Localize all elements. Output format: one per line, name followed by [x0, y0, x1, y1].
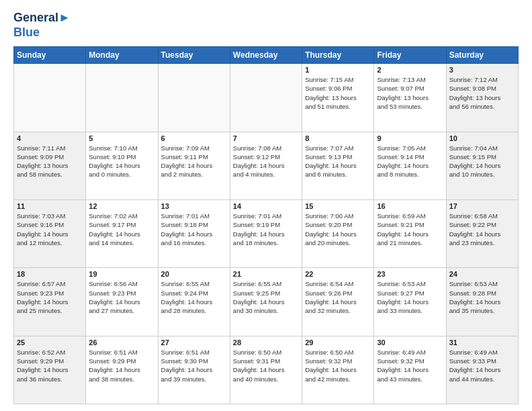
- logo-text: General►: [13, 11, 71, 26]
- day-info: Sunrise: 7:09 AMSunset: 9:11 PMDaylight:…: [161, 144, 227, 179]
- calendar-cell: 30Sunrise: 6:49 AMSunset: 9:32 PMDayligh…: [374, 336, 446, 404]
- day-info: Sunrise: 6:49 AMSunset: 9:33 PMDaylight:…: [449, 348, 515, 383]
- calendar-cell: 28Sunrise: 6:50 AMSunset: 9:31 PMDayligh…: [230, 336, 302, 404]
- calendar-cell: 1Sunrise: 7:15 AMSunset: 9:06 PMDaylight…: [302, 64, 374, 132]
- day-number: 26: [89, 338, 154, 347]
- day-info: Sunrise: 7:00 AMSunset: 9:20 PMDaylight:…: [305, 212, 371, 247]
- calendar-cell: [230, 64, 302, 132]
- day-number: 11: [17, 202, 83, 210]
- calendar-week-2: 4Sunrise: 7:11 AMSunset: 9:09 PMDaylight…: [14, 132, 519, 199]
- day-info: Sunrise: 7:04 AMSunset: 9:15 PMDaylight:…: [449, 144, 515, 179]
- calendar-cell: 23Sunrise: 6:53 AMSunset: 9:27 PMDayligh…: [374, 268, 446, 336]
- day-number: 27: [161, 338, 227, 347]
- calendar-cell: 31Sunrise: 6:49 AMSunset: 9:33 PMDayligh…: [446, 336, 518, 404]
- day-number: 8: [305, 134, 371, 142]
- calendar-cell: 17Sunrise: 6:58 AMSunset: 9:22 PMDayligh…: [446, 199, 518, 267]
- day-info: Sunrise: 6:55 AMSunset: 9:24 PMDaylight:…: [161, 279, 227, 315]
- calendar-cell: 13Sunrise: 7:01 AMSunset: 9:18 PMDayligh…: [158, 199, 230, 267]
- calendar-cell: 2Sunrise: 7:13 AMSunset: 9:07 PMDaylight…: [374, 64, 446, 132]
- day-number: 2: [377, 66, 443, 74]
- day-header-saturday: Saturday: [446, 47, 518, 64]
- day-number: 22: [305, 270, 371, 278]
- day-number: 23: [377, 270, 443, 278]
- day-header-friday: Friday: [374, 47, 446, 64]
- calendar-cell: [158, 64, 230, 132]
- calendar-cell: 29Sunrise: 6:50 AMSunset: 9:32 PMDayligh…: [302, 336, 374, 404]
- calendar-week-5: 25Sunrise: 6:52 AMSunset: 9:29 PMDayligh…: [14, 336, 519, 404]
- calendar-cell: [86, 64, 158, 132]
- day-info: Sunrise: 6:58 AMSunset: 9:22 PMDaylight:…: [449, 212, 515, 247]
- day-info: Sunrise: 6:55 AMSunset: 9:25 PMDaylight:…: [233, 279, 299, 315]
- day-number: 31: [449, 338, 515, 347]
- day-number: 25: [17, 338, 83, 347]
- day-number: 4: [17, 134, 83, 142]
- day-info: Sunrise: 7:11 AMSunset: 9:09 PMDaylight:…: [17, 144, 83, 179]
- calendar-cell: 14Sunrise: 7:01 AMSunset: 9:19 PMDayligh…: [230, 199, 302, 267]
- calendar-cell: 11Sunrise: 7:03 AMSunset: 9:16 PMDayligh…: [14, 199, 86, 267]
- calendar-cell: 8Sunrise: 7:07 AMSunset: 9:13 PMDaylight…: [302, 132, 374, 199]
- day-info: Sunrise: 7:15 AMSunset: 9:06 PMDaylight:…: [305, 75, 371, 111]
- day-number: 29: [305, 338, 371, 347]
- day-info: Sunrise: 6:56 AMSunset: 9:23 PMDaylight:…: [89, 279, 154, 315]
- day-number: 30: [377, 338, 443, 347]
- day-info: Sunrise: 7:01 AMSunset: 9:18 PMDaylight:…: [161, 212, 227, 247]
- day-number: 21: [233, 270, 299, 278]
- day-info: Sunrise: 6:51 AMSunset: 9:29 PMDaylight:…: [89, 348, 154, 383]
- day-number: 17: [449, 202, 515, 210]
- day-info: Sunrise: 7:13 AMSunset: 9:07 PMDaylight:…: [377, 75, 443, 111]
- day-number: 16: [377, 202, 443, 210]
- calendar-cell: 6Sunrise: 7:09 AMSunset: 9:11 PMDaylight…: [158, 132, 230, 199]
- day-info: Sunrise: 6:53 AMSunset: 9:28 PMDaylight:…: [449, 279, 515, 315]
- day-number: 28: [233, 338, 299, 347]
- day-header-sunday: Sunday: [14, 47, 86, 64]
- day-info: Sunrise: 7:08 AMSunset: 9:12 PMDaylight:…: [233, 144, 299, 179]
- day-info: Sunrise: 6:50 AMSunset: 9:32 PMDaylight:…: [305, 348, 371, 383]
- calendar-cell: 21Sunrise: 6:55 AMSunset: 9:25 PMDayligh…: [230, 268, 302, 336]
- calendar-cell: 22Sunrise: 6:54 AMSunset: 9:26 PMDayligh…: [302, 268, 374, 336]
- calendar-cell: 25Sunrise: 6:52 AMSunset: 9:29 PMDayligh…: [14, 336, 86, 404]
- day-number: 24: [449, 270, 515, 278]
- calendar-cell: 26Sunrise: 6:51 AMSunset: 9:29 PMDayligh…: [86, 336, 158, 404]
- calendar-week-3: 11Sunrise: 7:03 AMSunset: 9:16 PMDayligh…: [14, 199, 519, 267]
- calendar-cell: 3Sunrise: 7:12 AMSunset: 9:08 PMDaylight…: [446, 64, 518, 132]
- calendar-cell: 16Sunrise: 6:59 AMSunset: 9:21 PMDayligh…: [374, 199, 446, 267]
- day-info: Sunrise: 7:02 AMSunset: 9:17 PMDaylight:…: [89, 212, 154, 247]
- day-info: Sunrise: 6:54 AMSunset: 9:26 PMDaylight:…: [305, 279, 371, 315]
- day-number: 18: [17, 270, 83, 278]
- day-header-thursday: Thursday: [302, 47, 374, 64]
- day-info: Sunrise: 6:57 AMSunset: 9:23 PMDaylight:…: [17, 279, 83, 315]
- day-info: Sunrise: 7:01 AMSunset: 9:19 PMDaylight:…: [233, 212, 299, 247]
- day-number: 1: [305, 66, 371, 74]
- calendar-cell: 27Sunrise: 6:51 AMSunset: 9:30 PMDayligh…: [158, 336, 230, 404]
- calendar-cell: 12Sunrise: 7:02 AMSunset: 9:17 PMDayligh…: [86, 199, 158, 267]
- day-number: 5: [89, 134, 154, 142]
- calendar-cell: 10Sunrise: 7:04 AMSunset: 9:15 PMDayligh…: [446, 132, 518, 199]
- calendar-week-1: 1Sunrise: 7:15 AMSunset: 9:06 PMDaylight…: [14, 64, 519, 132]
- day-info: Sunrise: 6:51 AMSunset: 9:30 PMDaylight:…: [161, 348, 227, 383]
- day-info: Sunrise: 7:12 AMSunset: 9:08 PMDaylight:…: [449, 75, 515, 111]
- day-info: Sunrise: 6:49 AMSunset: 9:32 PMDaylight:…: [377, 348, 443, 383]
- day-info: Sunrise: 7:10 AMSunset: 9:10 PMDaylight:…: [89, 144, 154, 179]
- day-number: 12: [89, 202, 154, 210]
- calendar-week-4: 18Sunrise: 6:57 AMSunset: 9:23 PMDayligh…: [14, 268, 519, 336]
- day-number: 9: [377, 134, 443, 142]
- calendar-cell: 20Sunrise: 6:55 AMSunset: 9:24 PMDayligh…: [158, 268, 230, 336]
- day-header-tuesday: Tuesday: [158, 47, 230, 64]
- day-header-monday: Monday: [86, 47, 158, 64]
- day-number: 3: [449, 66, 515, 74]
- logo: General► Blue: [13, 11, 71, 40]
- day-number: 20: [161, 270, 227, 278]
- calendar-cell: [14, 64, 86, 132]
- day-info: Sunrise: 7:03 AMSunset: 9:16 PMDaylight:…: [17, 212, 83, 247]
- day-number: 14: [233, 202, 299, 210]
- calendar-cell: 24Sunrise: 6:53 AMSunset: 9:28 PMDayligh…: [446, 268, 518, 336]
- day-info: Sunrise: 7:07 AMSunset: 9:13 PMDaylight:…: [305, 144, 371, 179]
- day-info: Sunrise: 6:50 AMSunset: 9:31 PMDaylight:…: [233, 348, 299, 383]
- logo-text-blue: Blue: [13, 26, 71, 40]
- day-info: Sunrise: 7:05 AMSunset: 9:14 PMDaylight:…: [377, 144, 443, 179]
- calendar-table: SundayMondayTuesdayWednesdayThursdayFrid…: [13, 46, 519, 404]
- calendar-cell: 19Sunrise: 6:56 AMSunset: 9:23 PMDayligh…: [86, 268, 158, 336]
- day-number: 15: [305, 202, 371, 210]
- calendar-cell: 4Sunrise: 7:11 AMSunset: 9:09 PMDaylight…: [14, 132, 86, 199]
- calendar-header-row: SundayMondayTuesdayWednesdayThursdayFrid…: [14, 47, 519, 64]
